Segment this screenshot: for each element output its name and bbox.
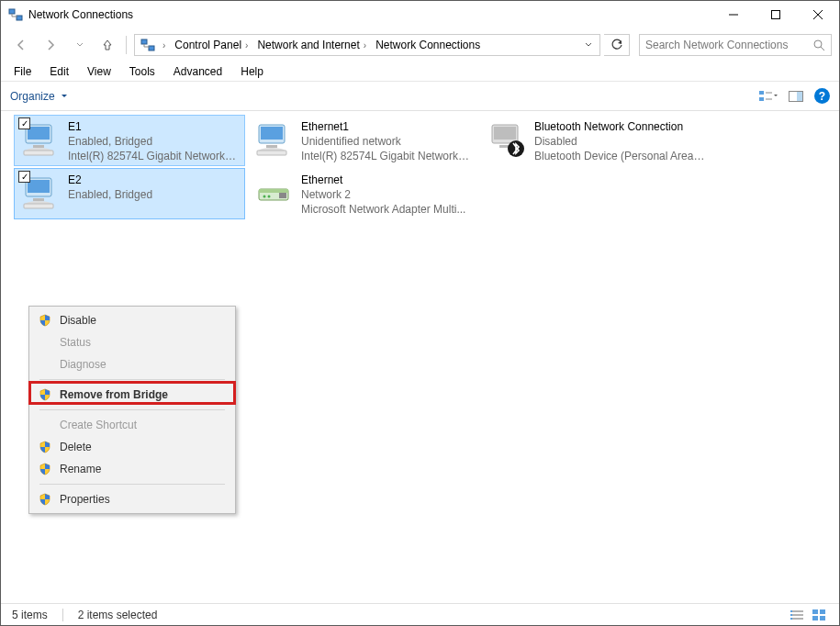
search-input[interactable]: [645, 39, 812, 51]
nav-separator: [126, 36, 127, 54]
connection-name: Ethernet: [301, 173, 465, 187]
connection-device: Intel(R) 82574L Gigabit Network C...: [301, 149, 472, 163]
preview-pane-button[interactable]: [787, 87, 805, 106]
menu-advanced[interactable]: Advanced: [164, 63, 231, 80]
context-menu-item[interactable]: Disable: [32, 309, 232, 331]
uac-shield-icon: [38, 387, 52, 402]
context-menu-item: Diagnose: [32, 353, 232, 375]
organize-label: Organize: [10, 90, 55, 103]
svg-rect-6: [141, 39, 147, 44]
svg-rect-18: [33, 145, 44, 148]
connection-text: Bluetooth Network ConnectionDisabledBlue…: [534, 119, 705, 164]
context-menu-item: Status: [32, 331, 232, 353]
svg-rect-3: [772, 11, 780, 19]
svg-rect-36: [259, 189, 288, 193]
svg-rect-25: [257, 151, 286, 155]
connection-item[interactable]: EthernetNetwork 2Microsoft Network Adapt…: [247, 168, 478, 219]
connection-text: E2Enabled, Bridged: [68, 173, 152, 202]
uac-shield-icon: [38, 462, 52, 476]
status-selected-count: 2 items selected: [78, 609, 158, 621]
maximize-button[interactable]: [755, 1, 797, 28]
back-button[interactable]: [8, 34, 34, 56]
menu-view[interactable]: View: [78, 63, 120, 80]
svg-rect-15: [797, 92, 802, 101]
window-controls: [712, 1, 839, 28]
svg-point-38: [268, 196, 271, 198]
search-icon: [812, 39, 825, 51]
breadcrumb-root-chevron[interactable]: ›: [159, 39, 171, 52]
context-menu-label: Properties: [60, 493, 110, 506]
context-menu-item[interactable]: Remove from Bridge: [32, 384, 232, 406]
svg-rect-48: [812, 616, 818, 620]
breadcrumb-label: Network and Internet: [257, 39, 359, 51]
forward-button[interactable]: [38, 34, 63, 56]
titlebar: Network Connections: [1, 1, 839, 28]
context-menu-item: Create Shortcut: [32, 414, 232, 436]
svg-rect-27: [494, 127, 516, 140]
content-area: ✓E1Enabled, BridgedIntel(R) 82574L Gigab…: [1, 111, 839, 603]
organize-menu[interactable]: Organize: [10, 90, 68, 103]
connection-text: E1Enabled, BridgedIntel(R) 82574L Gigabi…: [68, 119, 239, 164]
connection-text: EthernetNetwork 2Microsoft Network Adapt…: [301, 173, 465, 218]
menu-edit[interactable]: Edit: [40, 63, 78, 80]
svg-line-9: [821, 47, 824, 50]
connection-icon: [253, 173, 294, 213]
menu-tools[interactable]: Tools: [120, 63, 164, 80]
svg-point-37: [263, 196, 266, 198]
addressbar[interactable]: › Control Panel› Network and Internet› N…: [134, 34, 600, 56]
connection-item[interactable]: Bluetooth Network ConnectionDisabledBlue…: [480, 115, 711, 166]
toolbar: Organize ?: [1, 82, 839, 111]
breadcrumb-network-connections[interactable]: Network Connections: [372, 37, 486, 53]
svg-rect-11: [759, 97, 764, 101]
search-box[interactable]: [639, 34, 832, 56]
details-view-button[interactable]: [788, 607, 806, 623]
chevron-down-icon: [61, 93, 68, 100]
navbar: › Control Panel› Network and Internet› N…: [1, 28, 839, 61]
context-menu-item[interactable]: Properties: [32, 488, 232, 510]
connection-item[interactable]: ✓E1Enabled, BridgedIntel(R) 82574L Gigab…: [14, 115, 245, 166]
breadcrumb-control-panel[interactable]: Control Panel›: [171, 37, 253, 53]
tiles-view-button[interactable]: [810, 607, 828, 623]
uac-shield-icon: [38, 313, 52, 328]
connection-status: Enabled, Bridged: [68, 187, 152, 202]
svg-rect-43: [790, 610, 792, 612]
help-button[interactable]: ?: [814, 88, 830, 104]
network-connections-icon: [8, 7, 23, 22]
address-dropdown[interactable]: [579, 41, 598, 49]
context-menu-separator: [39, 379, 225, 380]
connection-device: Intel(R) 82574L Gigabit Network C...: [68, 149, 239, 163]
context-menu-item[interactable]: Delete: [32, 436, 232, 458]
connection-item[interactable]: Ethernet1Unidentified networkIntel(R) 82…: [247, 115, 478, 166]
status-item-count: 5 items: [12, 609, 48, 621]
recent-dropdown[interactable]: [67, 34, 93, 56]
refresh-button[interactable]: [604, 34, 630, 56]
svg-rect-46: [812, 609, 818, 614]
location-icon: [139, 36, 157, 54]
connection-device: Bluetooth Device (Personal Area ...: [534, 149, 705, 163]
context-menu-item[interactable]: Rename: [32, 458, 232, 480]
connection-icon: ✓: [20, 119, 61, 160]
context-menu-label: Create Shortcut: [60, 419, 137, 431]
connection-icon: [253, 119, 294, 160]
svg-rect-47: [820, 609, 825, 614]
minimize-button[interactable]: [712, 1, 755, 28]
view-options-button[interactable]: [759, 87, 778, 106]
connection-text: Ethernet1Unidentified networkIntel(R) 82…: [301, 119, 472, 164]
menu-help[interactable]: Help: [231, 63, 273, 80]
checkbox-icon[interactable]: ✓: [18, 171, 30, 183]
context-menu-label: Diagnose: [60, 358, 106, 371]
svg-rect-49: [820, 616, 825, 620]
menubar: File Edit View Tools Advanced Help: [1, 61, 839, 82]
checkbox-icon[interactable]: ✓: [18, 117, 30, 129]
up-button[interactable]: [96, 34, 118, 56]
close-button[interactable]: [797, 1, 839, 28]
svg-point-8: [814, 40, 822, 48]
connection-item[interactable]: ✓E2Enabled, Bridged: [14, 168, 245, 219]
connection-status: Unidentified network: [301, 134, 472, 149]
uac-shield-icon: [38, 492, 52, 507]
connection-icon: [487, 119, 527, 160]
breadcrumb-network-internet[interactable]: Network and Internet›: [253, 37, 372, 53]
svg-rect-45: [790, 618, 792, 620]
menu-file[interactable]: File: [5, 63, 40, 80]
svg-rect-34: [24, 204, 53, 208]
